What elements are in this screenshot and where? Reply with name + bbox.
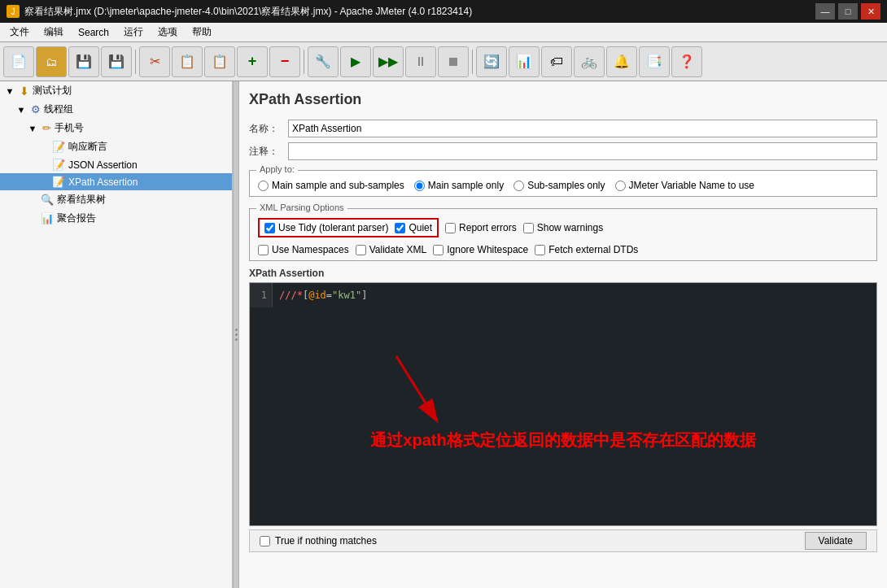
toolbar-shutdown[interactable]: ⏹: [438, 46, 469, 77]
validate-xml-checkbox[interactable]: [356, 245, 366, 255]
validate-button[interactable]: Validate: [805, 532, 867, 550]
validate-xml-label: Validate XML: [369, 244, 426, 255]
menu-help[interactable]: 帮助: [186, 24, 218, 41]
toolbar-start[interactable]: ▶: [340, 46, 371, 77]
app-icon: J: [7, 5, 20, 18]
tree-item-view-results[interactable]: 🔍 察看结果树: [0, 190, 232, 209]
toolbar-question[interactable]: ❓: [671, 46, 702, 77]
true-if-nothing-checkbox[interactable]: [260, 536, 270, 547]
apply-to-legend: Apply to:: [256, 164, 298, 174]
show-warnings-option[interactable]: Show warnings: [523, 222, 603, 233]
toolbar-start-no-pause[interactable]: ▶▶: [373, 46, 404, 77]
radio-jmeter-var-input[interactable]: [615, 181, 626, 191]
tree-item-json-assertion[interactable]: 📝 JSON Assertion: [0, 156, 232, 173]
toolbar-remove[interactable]: −: [269, 46, 300, 77]
radio-main-sub-input[interactable]: [258, 181, 269, 191]
fetch-dtds-option[interactable]: Fetch external DTDs: [535, 244, 638, 255]
test-plan-icon: ⬇: [20, 85, 29, 98]
report-errors-checkbox[interactable]: [445, 223, 456, 233]
ignore-whitespace-checkbox[interactable]: [433, 245, 444, 255]
menu-bar: 文件 编辑 Search 运行 选项 帮助: [0, 23, 887, 42]
toolbar-help[interactable]: 📑: [639, 46, 670, 77]
code-content[interactable]: ///*[@id="kw1"]: [273, 283, 876, 307]
toolbar: 📄 🗂 💾 💾 ✂ 📋 📋 + − 🔧 ▶ ▶▶ ⏸ ⏹ 🔄 📊 🏷 🚲 🔔 📑…: [0, 42, 887, 81]
code-value: "kw1": [332, 290, 361, 301]
tree-label-json-assertion: JSON Assertion: [68, 159, 138, 171]
toolbar-clear[interactable]: 🔄: [476, 46, 507, 77]
comment-label: 注释：: [249, 145, 282, 159]
tree-item-phone[interactable]: ▼ ✏ 手机号: [0, 119, 232, 137]
toolbar-stop[interactable]: ⏸: [405, 46, 436, 77]
toolbar-paste[interactable]: 📋: [204, 46, 235, 77]
show-warnings-checkbox[interactable]: [523, 223, 534, 233]
ignore-whitespace-option[interactable]: Ignore Whitespace: [433, 244, 528, 255]
tree-item-xpath-assertion[interactable]: 📝 XPath Assertion: [0, 173, 232, 190]
tree-item-test-plan[interactable]: ▼ ⬇ 测试计划: [0, 81, 232, 100]
report-errors-label: Report errors: [459, 222, 517, 233]
tree-label-aggregate: 聚合报告: [57, 211, 96, 225]
xml-parsing-row1: Use Tidy (tolerant parser) Quiet Report …: [250, 213, 876, 242]
use-tidy-checkbox[interactable]: [264, 223, 275, 233]
radio-main-only[interactable]: Main sample only: [414, 180, 504, 191]
toolbar-sep-3: [472, 50, 473, 74]
quiet-checkbox[interactable]: [395, 223, 405, 233]
tree-item-response-assertion[interactable]: 📝 响应断言: [0, 137, 232, 156]
tree-toggle-icon-thread: ▼: [15, 103, 28, 116]
title-bar: J 察看结果树.jmx (D:\jmeter\apache-jmeter-4.0…: [0, 0, 887, 23]
toolbar-save-as[interactable]: 💾: [101, 46, 132, 77]
code-attr: @id: [308, 290, 326, 301]
radio-main-sub-label: Main sample and sub-samples: [272, 180, 404, 191]
toolbar-toggle[interactable]: 🔧: [308, 46, 339, 77]
toolbar-copy[interactable]: 📋: [172, 46, 203, 77]
quiet-label: Quiet: [409, 222, 432, 233]
comment-input[interactable]: [288, 142, 877, 160]
toolbar-save[interactable]: 💾: [68, 46, 99, 77]
maximize-button[interactable]: □: [838, 3, 858, 20]
use-tidy-option[interactable]: Use Tidy (tolerant parser): [264, 222, 388, 233]
radio-main-only-input[interactable]: [414, 181, 425, 191]
resize-handle[interactable]: [233, 81, 239, 588]
report-errors-option[interactable]: Report errors: [445, 222, 517, 233]
quiet-option[interactable]: Quiet: [395, 222, 432, 233]
tree-item-aggregate[interactable]: 📊 聚合报告: [0, 209, 232, 228]
toolbar-function[interactable]: 🏷: [541, 46, 572, 77]
code-eq: =: [326, 290, 332, 301]
toolbar-add[interactable]: +: [237, 46, 268, 77]
toolbar-template[interactable]: 🚲: [574, 46, 605, 77]
name-input[interactable]: [288, 120, 877, 137]
use-namespaces-option[interactable]: Use Namespaces: [258, 244, 349, 255]
menu-options[interactable]: 选项: [151, 24, 184, 41]
toolbar-log[interactable]: 🔔: [606, 46, 637, 77]
close-button[interactable]: ✕: [861, 3, 880, 20]
use-namespaces-label: Use Namespaces: [272, 244, 349, 255]
assertion-panel: XPath Assertion 名称： 注释： Apply to: Main s…: [239, 81, 887, 559]
xpath-assertion-icon: 📝: [52, 176, 65, 188]
menu-search[interactable]: Search: [72, 25, 116, 40]
panel-title: XPath Assertion: [249, 88, 877, 111]
tree-item-thread-group[interactable]: ▼ ⚙ 线程组: [0, 100, 232, 119]
toolbar-open[interactable]: 🗂: [36, 46, 67, 77]
use-namespaces-checkbox[interactable]: [258, 245, 269, 255]
radio-sub-only-input[interactable]: [513, 181, 524, 191]
ignore-whitespace-label: Ignore Whitespace: [447, 244, 528, 255]
radio-sub-only[interactable]: Sub-samples only: [513, 180, 605, 191]
toolbar-cut[interactable]: ✂: [139, 46, 170, 77]
menu-edit[interactable]: 编辑: [37, 24, 70, 41]
toolbar-new[interactable]: 📄: [3, 46, 34, 77]
tree-toggle-icon: ▼: [3, 85, 16, 98]
code-bracket-close: ]: [361, 290, 367, 301]
radio-main-sub[interactable]: Main sample and sub-samples: [258, 180, 404, 191]
tree-label-view-results: 察看结果树: [57, 193, 106, 207]
bottom-bar: True if nothing matches Validate: [249, 529, 877, 552]
menu-file[interactable]: 文件: [3, 24, 36, 41]
validate-xml-option[interactable]: Validate XML: [356, 244, 426, 255]
minimize-button[interactable]: —: [815, 3, 835, 20]
true-if-nothing-label: True if nothing matches: [275, 535, 377, 547]
toolbar-clear-all[interactable]: 📊: [509, 46, 540, 77]
show-warnings-label: Show warnings: [537, 222, 603, 233]
tree-label-phone: 手机号: [55, 121, 84, 135]
xpath-code-area[interactable]: 1 ///*[@id="kw1"] 通过xpath格式定位返回的数: [249, 282, 877, 526]
fetch-dtds-checkbox[interactable]: [535, 245, 545, 255]
menu-run[interactable]: 运行: [117, 24, 150, 41]
radio-jmeter-var[interactable]: JMeter Variable Name to use: [615, 180, 755, 191]
